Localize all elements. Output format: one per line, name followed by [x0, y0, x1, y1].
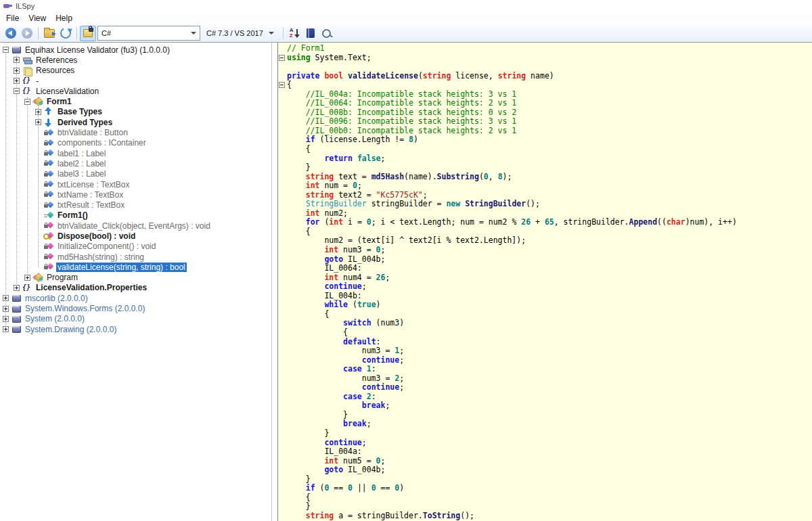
- book-button[interactable]: [302, 26, 319, 41]
- language-select[interactable]: C#: [97, 26, 200, 41]
- code-line[interactable]: int num4 = 26;: [278, 273, 812, 283]
- tree-expander[interactable]: [35, 109, 41, 115]
- code-line[interactable]: {: [278, 493, 812, 503]
- menu-view[interactable]: View: [24, 13, 51, 24]
- code-line[interactable]: int num5 = 0;: [278, 457, 812, 466]
- tree-item[interactable]: InitializeComponent() : void: [0, 242, 271, 252]
- code-line[interactable]: int num2;: [278, 209, 812, 219]
- tree-expander[interactable]: [24, 99, 30, 105]
- code-line[interactable]: IL_0064:: [278, 264, 812, 273]
- code-line[interactable]: [278, 62, 812, 72]
- tree-item[interactable]: txtResult : TextBox: [0, 200, 271, 210]
- code-line[interactable]: {: [278, 310, 812, 319]
- code-line[interactable]: using System.Text;: [278, 53, 812, 63]
- code-line[interactable]: }: [278, 411, 812, 420]
- tree-item[interactable]: label2 : Label: [0, 158, 271, 168]
- tree-expander[interactable]: [3, 306, 9, 312]
- tree-expander[interactable]: [3, 47, 9, 53]
- code-line[interactable]: StringBuilder stringBuilder = new String…: [278, 200, 812, 209]
- tree-item[interactable]: Dispose(bool) : void: [0, 231, 271, 241]
- code-line[interactable]: while (true): [278, 300, 812, 310]
- code-line[interactable]: //IL_004a: Incompatible stack heights: 3…: [278, 90, 812, 99]
- tree-item[interactable]: btnValidate_Click(object, EventArgs) : v…: [0, 221, 271, 231]
- tree-item[interactable]: label3 : Label: [0, 169, 271, 179]
- code-line[interactable]: }: [278, 475, 812, 484]
- code-line[interactable]: {: [278, 81, 812, 90]
- tree-item[interactable]: {}-: [0, 76, 271, 86]
- code-line[interactable]: break;: [278, 420, 812, 429]
- tree-item[interactable]: Equihax License Validator (fu3) (1.0.0.0…: [0, 45, 271, 55]
- code-line[interactable]: private bool validateLicense(string lice…: [278, 72, 812, 81]
- code-line[interactable]: // Form1: [278, 44, 812, 53]
- code-line[interactable]: //IL_0064: Incompatible stack heights: 2…: [278, 99, 812, 108]
- code-line[interactable]: }: [278, 429, 812, 438]
- code-line[interactable]: //IL_008b: Incompatible stack heights: 0…: [278, 108, 812, 118]
- decompiled-code-view[interactable]: // Form1using System.Text;private bool v…: [277, 43, 812, 521]
- tree-item[interactable]: mscorlib (2.0.0.0): [0, 293, 271, 303]
- code-line[interactable]: string a = stringBuilder.ToString();: [278, 512, 812, 521]
- fold-collapse-icon[interactable]: [279, 82, 285, 88]
- fold-marker[interactable]: [278, 53, 287, 63]
- tree-item[interactable]: Form1: [0, 96, 271, 106]
- sort-assemblies-button[interactable]: A Z: [286, 26, 302, 41]
- open-button[interactable]: [41, 26, 58, 41]
- tree-expander[interactable]: [3, 326, 9, 332]
- tree-item[interactable]: References: [0, 55, 271, 65]
- code-line[interactable]: num3 = 2;: [278, 374, 812, 384]
- code-line[interactable]: goto IL_004b;: [278, 255, 812, 265]
- tree-item[interactable]: Form1(): [0, 210, 271, 221]
- code-line[interactable]: {: [278, 328, 812, 338]
- code-line[interactable]: default:: [278, 338, 812, 347]
- tree-expander[interactable]: [24, 275, 30, 281]
- code-line[interactable]: //IL_0096: Incompatible stack heights: 3…: [278, 117, 812, 127]
- tree-item[interactable]: System.Windows.Forms (2.0.0.0): [0, 303, 271, 313]
- tree-expander[interactable]: [14, 57, 20, 63]
- code-line[interactable]: string text2 = "Kc5775cK";: [278, 191, 812, 200]
- code-line[interactable]: break;: [278, 401, 812, 411]
- tree-item[interactable]: Program: [0, 273, 271, 283]
- tree-item[interactable]: Derived Types: [0, 117, 271, 127]
- tree-expander[interactable]: [3, 316, 9, 322]
- fold-collapse-icon[interactable]: [279, 55, 285, 61]
- tree-expander[interactable]: [14, 78, 20, 84]
- tree-item[interactable]: validateLicense(string, string) : bool: [0, 262, 271, 272]
- tree-item[interactable]: {}LicenseValidation: [0, 86, 271, 96]
- code-line[interactable]: goto IL_004b;: [278, 466, 812, 475]
- menu-help[interactable]: Help: [51, 13, 77, 24]
- code-line[interactable]: int num3 = 0;: [278, 246, 812, 255]
- tree-item[interactable]: Base Types: [0, 107, 271, 117]
- fold-marker[interactable]: [278, 81, 287, 90]
- code-line[interactable]: for (int i = 0; i < text.Length; num = n…: [278, 218, 812, 227]
- code-line[interactable]: int num = 0;: [278, 181, 812, 191]
- tree-expander[interactable]: [3, 295, 9, 301]
- code-line[interactable]: case 2:: [278, 392, 812, 402]
- tree-expander[interactable]: [14, 88, 20, 94]
- code-line[interactable]: return false;: [278, 154, 812, 164]
- tree-item[interactable]: btnValidate : Button: [0, 127, 271, 137]
- pane-splitter[interactable]: [272, 43, 277, 521]
- code-line[interactable]: }: [278, 502, 812, 512]
- code-line[interactable]: continue;: [278, 383, 812, 392]
- language-version-select[interactable]: C# 7.3 / VS 2017: [203, 26, 279, 40]
- code-line[interactable]: continue;: [278, 438, 812, 448]
- tree-item[interactable]: components : IContainer: [0, 138, 271, 148]
- assembly-list-button[interactable]: [80, 26, 96, 41]
- tree-expander[interactable]: [14, 68, 20, 74]
- tree-item[interactable]: txtLicense : TextBox: [0, 179, 271, 189]
- tree-item[interactable]: System (2.0.0.0): [0, 314, 271, 324]
- code-line[interactable]: //IL_00b0: Incompatible stack heights: 2…: [278, 127, 812, 136]
- forward-button[interactable]: [19, 26, 35, 41]
- back-button[interactable]: [3, 26, 19, 41]
- code-line[interactable]: if (0 == 0 || 0 == 0): [278, 484, 812, 493]
- code-line[interactable]: {: [278, 227, 812, 237]
- menu-file[interactable]: File: [1, 13, 24, 24]
- search-button[interactable]: [319, 26, 335, 41]
- tree-item[interactable]: System.Drawing (2.0.0.0): [0, 324, 271, 334]
- tree-item[interactable]: Resources: [0, 66, 271, 76]
- code-line[interactable]: IL_004a:: [278, 447, 812, 457]
- tree-expander[interactable]: [14, 285, 20, 291]
- code-line[interactable]: num3 = 1;: [278, 346, 812, 356]
- code-line[interactable]: case 1:: [278, 365, 812, 374]
- code-line[interactable]: string text = md5Hash(name).Substring(0,…: [278, 173, 812, 182]
- refresh-button[interactable]: [58, 26, 74, 41]
